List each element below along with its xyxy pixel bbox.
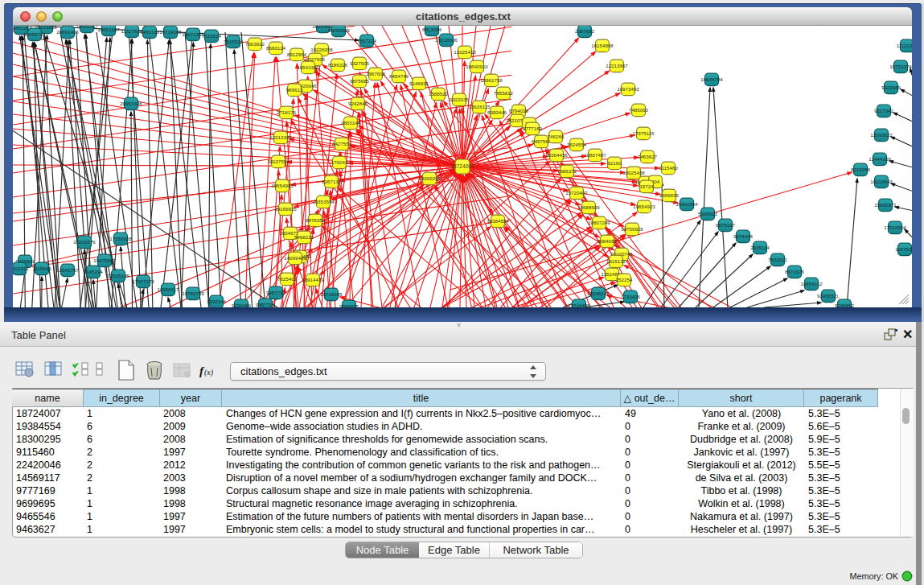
svg-text:9245652: 9245652	[835, 303, 855, 307]
svg-text:16961758: 16961758	[480, 77, 503, 83]
svg-text:8912954: 8912954	[287, 51, 307, 57]
svg-text:13353594: 13353594	[312, 199, 335, 204]
svg-text:6794028: 6794028	[509, 108, 529, 113]
svg-text:9699695: 9699695	[339, 303, 359, 307]
svg-text:15692971: 15692971	[874, 202, 897, 208]
svg-text:1167534: 1167534	[895, 246, 912, 252]
svg-text:20691406: 20691406	[56, 29, 79, 35]
svg-text:170043: 170043	[331, 159, 348, 165]
svg-text:1292344: 1292344	[207, 299, 227, 304]
svg-text:9234486: 9234486	[232, 303, 252, 307]
svg-text:(x): (x)	[204, 368, 214, 377]
svg-text:14196141: 14196141	[587, 290, 610, 296]
svg-text:252254: 252254	[616, 277, 633, 282]
svg-text:7986372: 7986372	[557, 168, 577, 174]
svg-text:746266: 746266	[548, 134, 565, 139]
svg-text:18226058: 18226058	[310, 47, 333, 52]
svg-text:19975867: 19975867	[93, 257, 116, 263]
svg-text:13626115: 13626115	[468, 104, 491, 109]
svg-text:9457791: 9457791	[256, 302, 276, 307]
svg-text:9463627: 9463627	[638, 154, 658, 159]
svg-text:19384554: 19384554	[487, 218, 509, 224]
svg-text:12213967: 12213967	[606, 63, 628, 68]
svg-text:1733426: 1733426	[621, 294, 641, 299]
svg-text:2935114: 2935114	[750, 245, 770, 250]
svg-text:10958117: 10958117	[157, 286, 179, 292]
svg-text:9322035: 9322035	[450, 97, 470, 102]
svg-text:7515524: 7515524	[202, 33, 222, 39]
svg-text:1588520: 1588520	[429, 91, 449, 97]
svg-text:11121314: 11121314	[897, 43, 912, 48]
svg-text:6990446: 6990446	[487, 109, 507, 115]
svg-text:1115689: 1115689	[32, 266, 51, 271]
svg-text:9242845: 9242845	[348, 101, 368, 106]
svg-text:16210643: 16210643	[870, 179, 893, 184]
svg-text:62160: 62160	[607, 160, 622, 166]
svg-text:12093822: 12093822	[870, 132, 893, 138]
svg-text:3911911: 3911911	[13, 266, 29, 271]
svg-text:17957273: 17957273	[132, 278, 154, 284]
svg-text:15716485: 15716485	[320, 291, 343, 297]
svg-text:14055721: 14055721	[23, 31, 46, 37]
svg-text:8427552: 8427552	[332, 141, 352, 146]
svg-text:9227342: 9227342	[874, 108, 894, 113]
svg-text:7955812: 7955812	[494, 90, 514, 96]
svg-text:7485063: 7485063	[629, 107, 649, 113]
svg-text:10807487: 10807487	[584, 152, 606, 158]
svg-text:19166825: 19166825	[274, 206, 297, 212]
svg-text:18807249: 18807249	[588, 220, 610, 225]
svg-text:10719185: 10719185	[159, 29, 182, 35]
svg-text:13325419: 13325419	[454, 49, 476, 55]
svg-text:9115460: 9115460	[659, 165, 678, 171]
svg-text:7515524: 7515524	[224, 39, 244, 44]
svg-text:10025438: 10025438	[622, 170, 645, 175]
svg-text:9329966: 9329966	[881, 84, 901, 90]
svg-text:19218506: 19218506	[435, 37, 458, 43]
svg-text:2087682: 2087682	[575, 28, 595, 34]
svg-text:9875685: 9875685	[350, 78, 370, 84]
svg-text:20364436: 20364436	[545, 152, 568, 158]
svg-text:5498222: 5498222	[294, 234, 314, 240]
svg-text:7632621: 7632621	[768, 257, 788, 262]
svg-text:12213389: 12213389	[269, 134, 292, 140]
svg-text:10654112: 10654112	[800, 281, 823, 286]
svg-text:20953346: 20953346	[120, 101, 142, 106]
svg-text:9457791: 9457791	[266, 290, 286, 295]
svg-text:10973493: 10973493	[617, 86, 639, 92]
svg-text:12505135: 12505135	[107, 273, 129, 278]
svg-text:2803144: 2803144	[341, 120, 361, 126]
svg-text:18435267: 18435267	[76, 26, 98, 29]
svg-text:15716485: 15716485	[568, 303, 590, 307]
svg-text:2967608: 2967608	[366, 71, 386, 76]
svg-text:9777169: 9777169	[523, 126, 543, 131]
svg-text:5938923: 5938923	[698, 211, 718, 216]
svg-text:9146821: 9146821	[409, 80, 429, 86]
svg-text:15751074: 15751074	[889, 64, 912, 69]
svg-text:16648784: 16648784	[700, 76, 723, 82]
svg-text:9699695: 9699695	[659, 192, 680, 198]
svg-text:18724007: 18724007	[450, 163, 474, 169]
svg-text:16543382: 16543382	[297, 64, 319, 70]
svg-text:7663822: 7663822	[245, 41, 265, 47]
svg-text:16154808: 16154808	[591, 43, 614, 48]
svg-text:1615132: 1615132	[606, 258, 626, 264]
svg-text:8878352: 8878352	[306, 217, 326, 223]
svg-text:18107554: 18107554	[267, 159, 290, 164]
svg-text:17359928: 17359928	[109, 236, 132, 241]
svg-text:8215958: 8215958	[851, 167, 871, 172]
svg-text:10688609: 10688609	[577, 204, 600, 210]
svg-text:12444159: 12444159	[869, 156, 891, 162]
svg-text:7857224: 7857224	[357, 38, 377, 43]
svg-text:8186328: 8186328	[328, 62, 348, 68]
svg-text:17975115: 17975115	[632, 130, 655, 136]
svg-text:19756928: 19756928	[621, 226, 643, 232]
svg-text:7625402: 7625402	[277, 276, 298, 282]
svg-text:8471676: 8471676	[785, 269, 805, 274]
svg-text:8267130: 8267130	[322, 179, 342, 184]
svg-text:15720407: 15720407	[565, 190, 588, 196]
svg-text:8454749: 8454749	[389, 73, 409, 79]
svg-text:9084067: 9084067	[598, 238, 618, 244]
svg-text:16053809: 16053809	[327, 27, 350, 33]
svg-text:19654923: 19654923	[633, 204, 655, 209]
svg-text:6879197: 6879197	[716, 222, 736, 228]
